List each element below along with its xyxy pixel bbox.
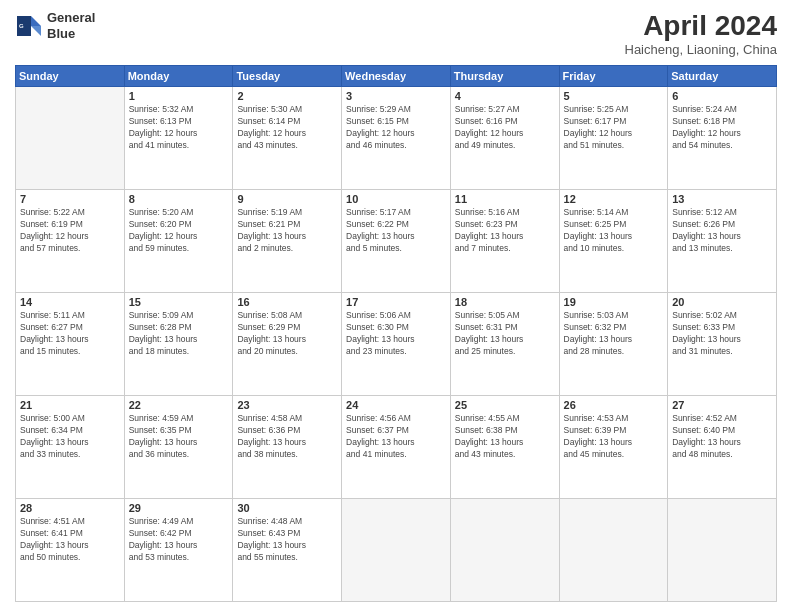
day-info: Sunrise: 5:24 AM Sunset: 6:18 PM Dayligh…	[672, 104, 772, 152]
day-number: 20	[672, 296, 772, 308]
calendar-cell: 21Sunrise: 5:00 AM Sunset: 6:34 PM Dayli…	[16, 396, 125, 499]
day-info: Sunrise: 5:20 AM Sunset: 6:20 PM Dayligh…	[129, 207, 229, 255]
calendar-cell: 23Sunrise: 4:58 AM Sunset: 6:36 PM Dayli…	[233, 396, 342, 499]
svg-marker-0	[31, 16, 41, 26]
day-info: Sunrise: 5:29 AM Sunset: 6:15 PM Dayligh…	[346, 104, 446, 152]
calendar-cell: 14Sunrise: 5:11 AM Sunset: 6:27 PM Dayli…	[16, 293, 125, 396]
day-info: Sunrise: 4:59 AM Sunset: 6:35 PM Dayligh…	[129, 413, 229, 461]
svg-text:G: G	[19, 23, 24, 29]
calendar-cell: 4Sunrise: 5:27 AM Sunset: 6:16 PM Daylig…	[450, 87, 559, 190]
calendar-table: SundayMondayTuesdayWednesdayThursdayFrid…	[15, 65, 777, 602]
calendar-cell: 19Sunrise: 5:03 AM Sunset: 6:32 PM Dayli…	[559, 293, 668, 396]
day-info: Sunrise: 5:25 AM Sunset: 6:17 PM Dayligh…	[564, 104, 664, 152]
col-header-wednesday: Wednesday	[342, 66, 451, 87]
day-info: Sunrise: 4:48 AM Sunset: 6:43 PM Dayligh…	[237, 516, 337, 564]
day-info: Sunrise: 5:27 AM Sunset: 6:16 PM Dayligh…	[455, 104, 555, 152]
day-number: 26	[564, 399, 664, 411]
day-info: Sunrise: 4:58 AM Sunset: 6:36 PM Dayligh…	[237, 413, 337, 461]
day-info: Sunrise: 5:14 AM Sunset: 6:25 PM Dayligh…	[564, 207, 664, 255]
logo: G General Blue	[15, 10, 95, 41]
calendar-cell: 24Sunrise: 4:56 AM Sunset: 6:37 PM Dayli…	[342, 396, 451, 499]
day-info: Sunrise: 5:02 AM Sunset: 6:33 PM Dayligh…	[672, 310, 772, 358]
day-number: 15	[129, 296, 229, 308]
day-info: Sunrise: 5:32 AM Sunset: 6:13 PM Dayligh…	[129, 104, 229, 152]
day-info: Sunrise: 4:53 AM Sunset: 6:39 PM Dayligh…	[564, 413, 664, 461]
col-header-sunday: Sunday	[16, 66, 125, 87]
col-header-thursday: Thursday	[450, 66, 559, 87]
day-number: 21	[20, 399, 120, 411]
day-info: Sunrise: 5:16 AM Sunset: 6:23 PM Dayligh…	[455, 207, 555, 255]
calendar-cell: 29Sunrise: 4:49 AM Sunset: 6:42 PM Dayli…	[124, 499, 233, 602]
day-number: 6	[672, 90, 772, 102]
col-header-saturday: Saturday	[668, 66, 777, 87]
day-number: 2	[237, 90, 337, 102]
calendar-cell: 17Sunrise: 5:06 AM Sunset: 6:30 PM Dayli…	[342, 293, 451, 396]
calendar-cell: 27Sunrise: 4:52 AM Sunset: 6:40 PM Dayli…	[668, 396, 777, 499]
day-info: Sunrise: 5:08 AM Sunset: 6:29 PM Dayligh…	[237, 310, 337, 358]
day-number: 11	[455, 193, 555, 205]
calendar-cell: 26Sunrise: 4:53 AM Sunset: 6:39 PM Dayli…	[559, 396, 668, 499]
day-number: 8	[129, 193, 229, 205]
day-info: Sunrise: 5:03 AM Sunset: 6:32 PM Dayligh…	[564, 310, 664, 358]
calendar-cell: 16Sunrise: 5:08 AM Sunset: 6:29 PM Dayli…	[233, 293, 342, 396]
logo-text: General Blue	[47, 10, 95, 41]
calendar-cell: 2Sunrise: 5:30 AM Sunset: 6:14 PM Daylig…	[233, 87, 342, 190]
calendar-cell: 10Sunrise: 5:17 AM Sunset: 6:22 PM Dayli…	[342, 190, 451, 293]
day-info: Sunrise: 4:49 AM Sunset: 6:42 PM Dayligh…	[129, 516, 229, 564]
day-number: 10	[346, 193, 446, 205]
calendar-cell: 25Sunrise: 4:55 AM Sunset: 6:38 PM Dayli…	[450, 396, 559, 499]
calendar-cell: 18Sunrise: 5:05 AM Sunset: 6:31 PM Dayli…	[450, 293, 559, 396]
day-number: 24	[346, 399, 446, 411]
day-number: 16	[237, 296, 337, 308]
calendar-cell	[559, 499, 668, 602]
calendar-cell: 5Sunrise: 5:25 AM Sunset: 6:17 PM Daylig…	[559, 87, 668, 190]
day-number: 4	[455, 90, 555, 102]
day-info: Sunrise: 5:00 AM Sunset: 6:34 PM Dayligh…	[20, 413, 120, 461]
calendar-cell	[342, 499, 451, 602]
day-number: 27	[672, 399, 772, 411]
day-info: Sunrise: 5:30 AM Sunset: 6:14 PM Dayligh…	[237, 104, 337, 152]
day-info: Sunrise: 5:22 AM Sunset: 6:19 PM Dayligh…	[20, 207, 120, 255]
calendar-cell	[16, 87, 125, 190]
title-block: April 2024 Haicheng, Liaoning, China	[625, 10, 778, 57]
calendar-cell: 11Sunrise: 5:16 AM Sunset: 6:23 PM Dayli…	[450, 190, 559, 293]
day-number: 23	[237, 399, 337, 411]
calendar-cell: 3Sunrise: 5:29 AM Sunset: 6:15 PM Daylig…	[342, 87, 451, 190]
calendar-cell: 6Sunrise: 5:24 AM Sunset: 6:18 PM Daylig…	[668, 87, 777, 190]
calendar-cell: 9Sunrise: 5:19 AM Sunset: 6:21 PM Daylig…	[233, 190, 342, 293]
col-header-friday: Friday	[559, 66, 668, 87]
calendar-cell: 8Sunrise: 5:20 AM Sunset: 6:20 PM Daylig…	[124, 190, 233, 293]
day-info: Sunrise: 5:09 AM Sunset: 6:28 PM Dayligh…	[129, 310, 229, 358]
day-number: 17	[346, 296, 446, 308]
day-number: 29	[129, 502, 229, 514]
col-header-monday: Monday	[124, 66, 233, 87]
day-info: Sunrise: 5:11 AM Sunset: 6:27 PM Dayligh…	[20, 310, 120, 358]
day-number: 25	[455, 399, 555, 411]
col-header-tuesday: Tuesday	[233, 66, 342, 87]
calendar-cell: 7Sunrise: 5:22 AM Sunset: 6:19 PM Daylig…	[16, 190, 125, 293]
calendar-cell: 13Sunrise: 5:12 AM Sunset: 6:26 PM Dayli…	[668, 190, 777, 293]
day-info: Sunrise: 5:19 AM Sunset: 6:21 PM Dayligh…	[237, 207, 337, 255]
day-number: 22	[129, 399, 229, 411]
day-info: Sunrise: 4:56 AM Sunset: 6:37 PM Dayligh…	[346, 413, 446, 461]
day-number: 12	[564, 193, 664, 205]
calendar-cell: 12Sunrise: 5:14 AM Sunset: 6:25 PM Dayli…	[559, 190, 668, 293]
day-number: 19	[564, 296, 664, 308]
day-number: 30	[237, 502, 337, 514]
day-info: Sunrise: 5:12 AM Sunset: 6:26 PM Dayligh…	[672, 207, 772, 255]
calendar-cell: 15Sunrise: 5:09 AM Sunset: 6:28 PM Dayli…	[124, 293, 233, 396]
month-title: April 2024	[625, 10, 778, 42]
day-number: 3	[346, 90, 446, 102]
svg-marker-1	[31, 26, 41, 36]
location: Haicheng, Liaoning, China	[625, 42, 778, 57]
page: G General Blue April 2024 Haicheng, Liao…	[0, 0, 792, 612]
calendar-cell	[668, 499, 777, 602]
calendar-cell: 30Sunrise: 4:48 AM Sunset: 6:43 PM Dayli…	[233, 499, 342, 602]
day-info: Sunrise: 5:05 AM Sunset: 6:31 PM Dayligh…	[455, 310, 555, 358]
day-number: 14	[20, 296, 120, 308]
day-number: 5	[564, 90, 664, 102]
day-number: 13	[672, 193, 772, 205]
calendar-cell: 1Sunrise: 5:32 AM Sunset: 6:13 PM Daylig…	[124, 87, 233, 190]
day-info: Sunrise: 4:51 AM Sunset: 6:41 PM Dayligh…	[20, 516, 120, 564]
calendar-cell: 28Sunrise: 4:51 AM Sunset: 6:41 PM Dayli…	[16, 499, 125, 602]
